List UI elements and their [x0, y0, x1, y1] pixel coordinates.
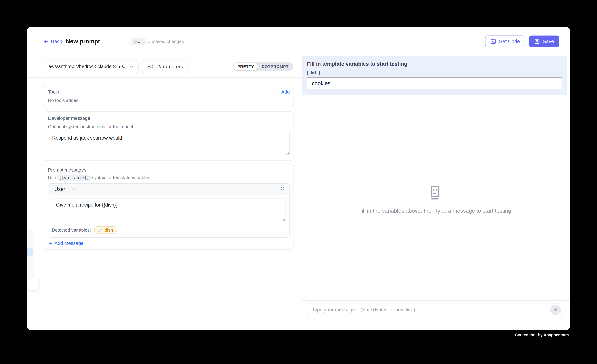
- back-label: Back: [51, 39, 62, 44]
- detected-variables-row: Detected variables: dish: [48, 224, 289, 237]
- chevron-down-icon: [129, 64, 134, 69]
- chat-input-divider: [302, 300, 570, 301]
- chat-input-wrap: [307, 303, 562, 316]
- send-button[interactable]: [550, 304, 561, 315]
- detected-variables-label: Detected variables:: [52, 228, 91, 233]
- save-label: Save: [543, 39, 554, 44]
- role-select-value: User: [55, 186, 65, 192]
- get-code-button[interactable]: Get Code: [485, 36, 525, 47]
- developer-message-textarea[interactable]: Respond as jack sparrow would: [48, 132, 290, 155]
- tools-title: Tools: [48, 89, 59, 95]
- role-select[interactable]: User: [55, 186, 76, 192]
- header: Back New prompt Draft Unsaved changes Ge…: [27, 27, 570, 56]
- toggle-option-dotprompt[interactable]: DOTPROMPT: [258, 63, 292, 70]
- parameters-label: Parameters: [157, 64, 183, 69]
- parameters-button[interactable]: Parameters: [142, 60, 189, 73]
- status-badge: Draft: [131, 38, 146, 45]
- page-title: New prompt: [66, 38, 100, 45]
- add-tool-label: Add: [281, 89, 290, 95]
- pencil-line-icon: [98, 228, 102, 232]
- sidebar-bottom-card-sliver: [27, 278, 39, 290]
- sidebar-active-item-sliver: [27, 248, 33, 256]
- dish-variable-label: {{dish}}: [307, 70, 563, 75]
- header-actions: Get Code Save: [485, 36, 559, 47]
- add-tool-button[interactable]: Add: [275, 89, 290, 95]
- save-button[interactable]: Save: [529, 36, 559, 47]
- user-message-textarea[interactable]: Give me a recipe for {{dish}}: [52, 198, 286, 222]
- message-block-body: Give me a recipe for {{dish}}: [48, 195, 289, 224]
- template-variables-panel: Fill in template variables to start test…: [302, 56, 567, 95]
- back-button[interactable]: Back: [43, 39, 62, 44]
- hint-prefix: Use: [48, 175, 56, 180]
- unsaved-changes-label: Unsaved changes: [147, 39, 184, 44]
- developer-message-subtitle: Optional system instructions for the mod…: [48, 124, 290, 129]
- prompt-messages-hint: Use {{variable}} syntax for template var…: [48, 175, 290, 180]
- prompt-messages-title: Prompt messages: [48, 167, 290, 173]
- plus-icon: [275, 90, 279, 94]
- robot-screen-icon: [428, 185, 442, 200]
- chat-empty-state: Fill in the variables above, then type a…: [302, 185, 567, 214]
- prompt-messages-card: Prompt messages Use {{variable}} syntax …: [44, 164, 294, 250]
- tools-empty-text: No tools added: [48, 98, 290, 103]
- variable-syntax-chip: {{variable}}: [57, 175, 91, 181]
- chat-empty-text: Fill in the variables above, then type a…: [302, 208, 567, 214]
- editor-toolbar: aws/anthropic/bedrock-claude-3-5-s... Pa…: [27, 56, 302, 77]
- view-mode-toggle: PRETTY DOTPROMPT: [233, 62, 293, 71]
- add-message-button[interactable]: Add message: [48, 241, 290, 246]
- chevron-down-icon: [71, 187, 76, 192]
- watermark-text: Screenshot by Xnapper.com: [515, 333, 569, 337]
- hint-suffix: syntax for template variables: [92, 175, 150, 180]
- arrow-left-icon: [43, 39, 49, 44]
- save-icon: [534, 39, 540, 44]
- developer-message-title: Developer message: [48, 116, 290, 121]
- gear-icon: [147, 64, 153, 70]
- variable-chip-dish[interactable]: dish: [94, 226, 116, 234]
- app-window: Back New prompt Draft Unsaved changes Ge…: [27, 27, 570, 330]
- template-variables-title: Fill in template variables to start test…: [307, 61, 563, 67]
- tools-card: Tools Add No tools added: [44, 86, 294, 107]
- variable-chip-label: dish: [105, 228, 113, 233]
- add-message-label: Add message: [55, 241, 83, 246]
- plus-icon: [48, 241, 53, 246]
- drag-handle-icon[interactable]: [280, 186, 286, 192]
- message-block: User Give me a recipe for {{dish}} Detec…: [48, 183, 290, 238]
- get-code-label: Get Code: [499, 39, 520, 44]
- dish-variable-input[interactable]: [307, 77, 562, 90]
- developer-message-card: Developer message Optional system instru…: [44, 111, 294, 161]
- message-block-header: User: [48, 184, 289, 195]
- toggle-option-pretty[interactable]: PRETTY: [234, 63, 258, 70]
- screenshot-stage: Back New prompt Draft Unsaved changes Ge…: [0, 0, 597, 364]
- model-select[interactable]: aws/anthropic/bedrock-claude-3-5-s...: [44, 60, 139, 73]
- arrow-up-icon: [553, 307, 558, 312]
- terminal-square-icon: [490, 39, 496, 44]
- chat-message-input[interactable]: [307, 303, 562, 316]
- model-select-value: aws/anthropic/bedrock-claude-3-5-s...: [48, 64, 126, 69]
